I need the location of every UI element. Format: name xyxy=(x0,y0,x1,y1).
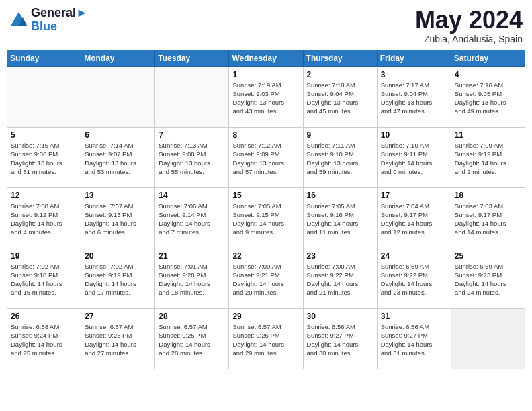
day-number: 9 xyxy=(307,130,373,140)
day-number: 10 xyxy=(381,130,447,140)
day-info: Sunrise: 7:05 AM Sunset: 9:15 PM Dayligh… xyxy=(232,201,299,237)
calendar-week-row: 5Sunrise: 7:15 AM Sunset: 9:06 PM Daylig… xyxy=(7,127,525,187)
calendar-table: SundayMondayTuesdayWednesdayThursdayFrid… xyxy=(7,50,525,369)
calendar-week-row: 12Sunrise: 7:08 AM Sunset: 9:12 PM Dayli… xyxy=(7,187,525,248)
calendar-cell: 3Sunrise: 7:17 AM Sunset: 9:04 PM Daylig… xyxy=(377,66,451,127)
day-number: 30 xyxy=(307,312,373,321)
calendar-week-row: 1Sunrise: 7:19 AM Sunset: 9:03 PM Daylig… xyxy=(7,66,525,127)
calendar-cell: 25Sunrise: 6:59 AM Sunset: 9:23 PM Dayli… xyxy=(451,248,525,308)
day-number: 29 xyxy=(232,312,299,321)
calendar-cell: 29Sunrise: 6:57 AM Sunset: 9:26 PM Dayli… xyxy=(229,308,303,369)
day-info: Sunrise: 7:00 AM Sunset: 9:22 PM Dayligh… xyxy=(307,262,373,298)
day-info: Sunrise: 7:16 AM Sunset: 9:05 PM Dayligh… xyxy=(455,81,521,116)
day-info: Sunrise: 7:11 AM Sunset: 9:10 PM Dayligh… xyxy=(307,141,373,177)
day-number: 27 xyxy=(85,312,151,321)
day-info: Sunrise: 7:12 AM Sunset: 9:09 PM Dayligh… xyxy=(232,141,299,177)
weekday-header: Thursday xyxy=(303,50,377,66)
day-number: 25 xyxy=(455,251,521,261)
calendar-cell xyxy=(451,308,525,369)
logo-text: General► Blue xyxy=(31,7,88,34)
calendar-cell: 10Sunrise: 7:10 AM Sunset: 9:11 PM Dayli… xyxy=(377,127,451,187)
calendar-cell: 17Sunrise: 7:04 AM Sunset: 9:17 PM Dayli… xyxy=(377,187,451,248)
logo: General► Blue xyxy=(9,7,88,34)
day-info: Sunrise: 7:14 AM Sunset: 9:07 PM Dayligh… xyxy=(85,141,151,177)
day-number: 12 xyxy=(11,191,77,200)
day-number: 22 xyxy=(232,251,299,261)
day-number: 15 xyxy=(232,191,299,200)
calendar-cell: 31Sunrise: 6:56 AM Sunset: 9:27 PM Dayli… xyxy=(377,308,451,369)
day-info: Sunrise: 7:06 AM Sunset: 9:14 PM Dayligh… xyxy=(159,201,225,237)
calendar-cell: 21Sunrise: 7:01 AM Sunset: 9:20 PM Dayli… xyxy=(155,248,229,308)
weekday-header: Friday xyxy=(377,50,451,66)
weekday-header: Tuesday xyxy=(155,50,229,66)
weekday-header: Wednesday xyxy=(229,50,303,66)
calendar-body: 1Sunrise: 7:19 AM Sunset: 9:03 PM Daylig… xyxy=(7,66,525,369)
day-number: 31 xyxy=(381,312,447,321)
day-info: Sunrise: 7:18 AM Sunset: 9:04 PM Dayligh… xyxy=(307,81,373,116)
day-info: Sunrise: 7:02 AM Sunset: 9:19 PM Dayligh… xyxy=(85,262,151,298)
day-info: Sunrise: 6:56 AM Sunset: 9:27 PM Dayligh… xyxy=(381,322,447,358)
day-number: 1 xyxy=(232,70,299,79)
calendar-cell: 13Sunrise: 7:07 AM Sunset: 9:13 PM Dayli… xyxy=(81,187,155,248)
day-number: 23 xyxy=(307,251,373,261)
calendar-cell xyxy=(155,66,229,127)
calendar-cell: 27Sunrise: 6:57 AM Sunset: 9:25 PM Dayli… xyxy=(81,308,155,369)
calendar-cell: 16Sunrise: 7:05 AM Sunset: 9:16 PM Dayli… xyxy=(303,187,377,248)
weekday-header: Monday xyxy=(81,50,155,66)
weekday-header: Saturday xyxy=(451,50,525,66)
day-info: Sunrise: 7:01 AM Sunset: 9:20 PM Dayligh… xyxy=(159,262,225,298)
day-number: 24 xyxy=(381,251,447,261)
day-number: 4 xyxy=(455,70,521,79)
day-number: 6 xyxy=(85,130,151,140)
day-number: 28 xyxy=(159,312,225,321)
day-number: 13 xyxy=(85,191,151,200)
calendar-cell: 9Sunrise: 7:11 AM Sunset: 9:10 PM Daylig… xyxy=(303,127,377,187)
day-info: Sunrise: 7:03 AM Sunset: 9:17 PM Dayligh… xyxy=(455,201,521,237)
calendar-week-row: 26Sunrise: 6:58 AM Sunset: 9:24 PM Dayli… xyxy=(7,308,525,369)
calendar-cell: 8Sunrise: 7:12 AM Sunset: 9:09 PM Daylig… xyxy=(229,127,303,187)
day-number: 8 xyxy=(232,130,299,140)
calendar-cell: 28Sunrise: 6:57 AM Sunset: 9:25 PM Dayli… xyxy=(155,308,229,369)
day-number: 17 xyxy=(381,191,447,200)
day-info: Sunrise: 7:08 AM Sunset: 9:12 PM Dayligh… xyxy=(11,201,77,237)
day-info: Sunrise: 7:04 AM Sunset: 9:17 PM Dayligh… xyxy=(381,201,447,237)
calendar-cell: 23Sunrise: 7:00 AM Sunset: 9:22 PM Dayli… xyxy=(303,248,377,308)
calendar-cell xyxy=(81,66,155,127)
day-info: Sunrise: 7:00 AM Sunset: 9:21 PM Dayligh… xyxy=(232,262,299,298)
day-info: Sunrise: 7:19 AM Sunset: 9:03 PM Dayligh… xyxy=(232,81,299,116)
calendar-cell: 4Sunrise: 7:16 AM Sunset: 9:05 PM Daylig… xyxy=(451,66,525,127)
calendar-cell: 12Sunrise: 7:08 AM Sunset: 9:12 PM Dayli… xyxy=(7,187,81,248)
day-info: Sunrise: 6:57 AM Sunset: 9:26 PM Dayligh… xyxy=(232,322,299,358)
day-number: 26 xyxy=(11,312,77,321)
day-info: Sunrise: 7:09 AM Sunset: 9:12 PM Dayligh… xyxy=(455,141,521,177)
day-number: 7 xyxy=(159,130,225,140)
calendar-cell: 2Sunrise: 7:18 AM Sunset: 9:04 PM Daylig… xyxy=(303,66,377,127)
day-info: Sunrise: 7:15 AM Sunset: 9:06 PM Dayligh… xyxy=(11,141,77,177)
day-info: Sunrise: 7:07 AM Sunset: 9:13 PM Dayligh… xyxy=(85,201,151,237)
weekday-header: Sunday xyxy=(7,50,81,66)
calendar-cell: 15Sunrise: 7:05 AM Sunset: 9:15 PM Dayli… xyxy=(229,187,303,248)
calendar-cell: 18Sunrise: 7:03 AM Sunset: 9:17 PM Dayli… xyxy=(451,187,525,248)
day-number: 5 xyxy=(11,130,77,140)
day-info: Sunrise: 7:17 AM Sunset: 9:04 PM Dayligh… xyxy=(381,81,447,116)
calendar-cell: 1Sunrise: 7:19 AM Sunset: 9:03 PM Daylig… xyxy=(229,66,303,127)
logo-icon xyxy=(9,11,28,30)
day-info: Sunrise: 6:57 AM Sunset: 9:25 PM Dayligh… xyxy=(85,322,151,358)
calendar-cell: 26Sunrise: 6:58 AM Sunset: 9:24 PM Dayli… xyxy=(7,308,81,369)
day-number: 2 xyxy=(307,70,373,79)
day-info: Sunrise: 7:13 AM Sunset: 9:08 PM Dayligh… xyxy=(159,141,225,177)
calendar-cell: 22Sunrise: 7:00 AM Sunset: 9:21 PM Dayli… xyxy=(229,248,303,308)
day-number: 19 xyxy=(11,251,77,261)
day-info: Sunrise: 6:56 AM Sunset: 9:27 PM Dayligh… xyxy=(307,322,373,358)
calendar-cell: 20Sunrise: 7:02 AM Sunset: 9:19 PM Dayli… xyxy=(81,248,155,308)
day-info: Sunrise: 7:02 AM Sunset: 9:18 PM Dayligh… xyxy=(11,262,77,298)
calendar-cell: 19Sunrise: 7:02 AM Sunset: 9:18 PM Dayli… xyxy=(7,248,81,308)
calendar-cell xyxy=(7,66,81,127)
calendar-cell: 30Sunrise: 6:56 AM Sunset: 9:27 PM Dayli… xyxy=(303,308,377,369)
day-info: Sunrise: 7:10 AM Sunset: 9:11 PM Dayligh… xyxy=(381,141,447,177)
day-info: Sunrise: 7:05 AM Sunset: 9:16 PM Dayligh… xyxy=(307,201,373,237)
day-number: 11 xyxy=(455,130,521,140)
day-number: 14 xyxy=(159,191,225,200)
day-number: 18 xyxy=(455,191,521,200)
day-info: Sunrise: 6:59 AM Sunset: 9:22 PM Dayligh… xyxy=(381,262,447,298)
